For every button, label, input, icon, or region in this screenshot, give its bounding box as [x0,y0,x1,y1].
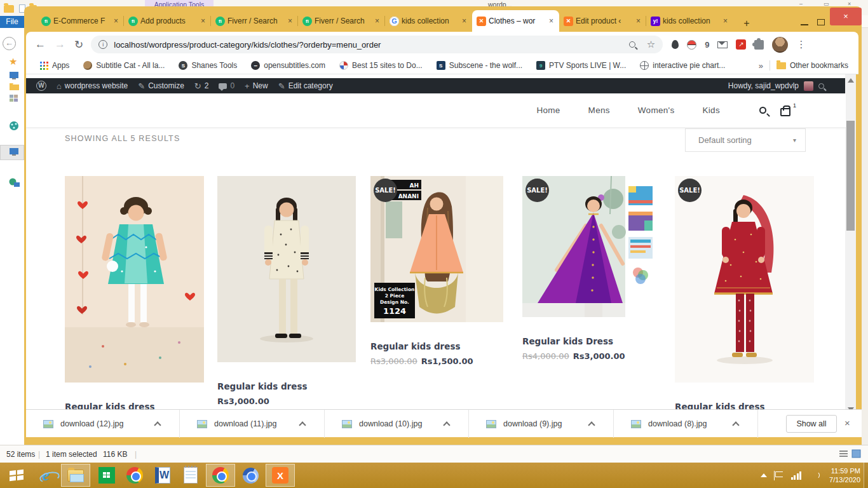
mail-extension-icon[interactable] [717,41,728,48]
show-all-downloads-button[interactable]: Show all [786,415,837,433]
search-icon[interactable] [759,107,766,114]
new-tab-button[interactable]: + [738,15,755,32]
product-image[interactable]: SALE! [675,176,814,383]
product-card[interactable]: Regular kids dress Rs3,000.00 [217,176,356,406]
download-item[interactable]: download (10).jpg [325,410,469,438]
computer-icon[interactable] [9,71,20,80]
tab-close-icon[interactable]: × [200,17,207,25]
chevron-up-icon[interactable] [154,421,161,428]
product-title[interactable]: Regular kids dress [370,341,510,351]
site-info-icon[interactable]: i [98,40,107,49]
volume-icon[interactable] [810,471,820,479]
close-downloads-icon[interactable]: × [844,417,850,428]
wp-howdy[interactable]: Howdy, sajid_wpdvlp [728,81,799,90]
download-item[interactable]: download (11).jpg [180,410,325,438]
taskbar-file-explorer[interactable] [61,464,90,487]
tab-close-icon[interactable]: × [287,17,294,25]
wp-customize[interactable]: ✎Customize [138,81,184,91]
show-hidden-icons[interactable] [761,473,767,477]
chevron-up-icon[interactable] [299,421,306,428]
chevron-up-icon[interactable] [443,421,450,428]
wp-updates[interactable]: ↻2 [194,81,209,91]
product-image[interactable]: SALE! [522,176,656,317]
profile-avatar[interactable] [772,37,788,53]
browser-tab[interactable]: Fiverr / Search× [211,10,298,32]
nav-mens[interactable]: Mens [588,105,610,115]
address-bar[interactable]: i localhost/wordpress/product-category/k… [91,36,663,53]
browser-tab[interactable]: kids collection× [646,10,733,32]
page-scrollbar[interactable] [845,74,856,416]
taskbar-chrome-active[interactable] [206,464,235,487]
product-card[interactable]: SALE! Regular kids dress [675,176,814,412]
window-maximize-icon[interactable] [817,19,825,25]
taskbar-chromium[interactable] [238,464,263,487]
network-signal-icon[interactable] [791,471,802,480]
nav-home[interactable]: Home [536,105,560,115]
start-button[interactable] [5,464,28,487]
tab-close-icon[interactable]: × [635,17,642,25]
window-minimize-icon[interactable] [801,19,808,25]
scrollbar-thumb[interactable] [846,121,855,231]
back-icon[interactable]: ← [3,37,16,50]
product-image[interactable] [65,176,204,383]
bookmark-item[interactable]: Subscene - the wolf... [437,61,522,70]
bookmark-item[interactable]: Subtitle Cat - All la... [83,61,165,70]
redirect-extension-icon[interactable]: ↗ [736,39,746,50]
nav-kids[interactable]: Kids [703,105,720,115]
wp-edit-category[interactable]: ✎Edit category [278,81,333,91]
browser-menu-icon[interactable]: ⋮ [796,39,806,50]
product-card[interactable]: AH ANANI Kids Collec [370,176,510,366]
control-panel-icon[interactable] [9,94,19,103]
folder-icon[interactable] [9,83,20,91]
taskbar-chrome[interactable] [122,464,147,487]
wp-comments[interactable]: 0 [219,81,234,90]
browser-tab[interactable]: kids collection× [385,10,472,32]
extensions-puzzle-icon[interactable] [754,40,764,50]
tab-close-icon[interactable]: × [112,17,119,25]
nav-womens[interactable]: Women's [638,105,675,115]
url-text[interactable]: localhost/wordpress/product-category/kid… [114,40,629,50]
list-view-icon[interactable] [839,449,848,459]
browser-tab[interactable]: Add products× [124,10,211,32]
bookmarks-overflow-icon[interactable]: » [759,61,763,71]
browser-tab[interactable]: E-Commerce F× [37,10,124,32]
action-center-flag-icon[interactable] [775,471,783,477]
history-extension-icon[interactable]: 9 [705,40,709,50]
taskbar-internet-explorer[interactable]: e [33,464,58,487]
window-close-button[interactable]: × [830,8,862,25]
bookmark-item[interactable]: Shanes Tools [179,61,237,70]
taskbar-clock[interactable]: 11:59 PM 7/13/2020 [829,466,860,484]
explorer-file-menu[interactable]: File [0,16,24,28]
this-pc-icon[interactable] [9,147,20,157]
bookmark-item[interactable]: Best 15 sites to Do... [339,61,423,70]
tab-close-icon[interactable]: × [374,17,381,25]
bookmark-item[interactable]: interactive pie chart... [640,61,725,70]
product-image[interactable]: AH ANANI Kids Collec [370,176,510,322]
taskbar-store[interactable] [94,464,119,487]
bookmark-star-icon[interactable]: ☆ [647,39,655,50]
network-icon[interactable] [9,121,20,131]
download-item[interactable]: download (12).jpg [26,410,180,438]
wp-new-menu[interactable]: +New [245,81,268,91]
cart-icon[interactable] [780,108,790,116]
show-desktop-button[interactable] [864,463,868,488]
wp-site-menu[interactable]: ⌂wordpress website [57,81,128,91]
apps-shortcut[interactable]: Apps [40,61,69,70]
product-card[interactable]: SALE! Regular kids Dress Rs4,000.00Rs3,0… [522,176,656,361]
product-title[interactable]: Regular kids Dress [522,336,656,346]
ink-extension-icon[interactable] [672,40,679,49]
forward-icon[interactable]: → [55,38,65,51]
search-icon[interactable] [818,83,824,89]
user-avatar[interactable] [804,81,813,91]
bookmark-item[interactable]: opensubtitles.com [251,61,325,70]
product-image[interactable] [217,176,356,362]
browser-tab[interactable]: Fiverr / Search× [298,10,385,32]
zoom-icon[interactable] [629,41,635,48]
download-item[interactable]: download (9).jpg [469,410,614,438]
product-card[interactable]: Regular kids dress [65,176,204,412]
favorites-star-icon[interactable]: ★ [9,56,17,67]
product-title[interactable]: Regular kids dress [217,381,356,391]
tab-close-icon[interactable]: × [722,17,729,25]
bookmark-item[interactable]: PTV Sports LIVE | W... [536,61,626,70]
taskbar-xampp-active[interactable]: X [266,464,295,487]
